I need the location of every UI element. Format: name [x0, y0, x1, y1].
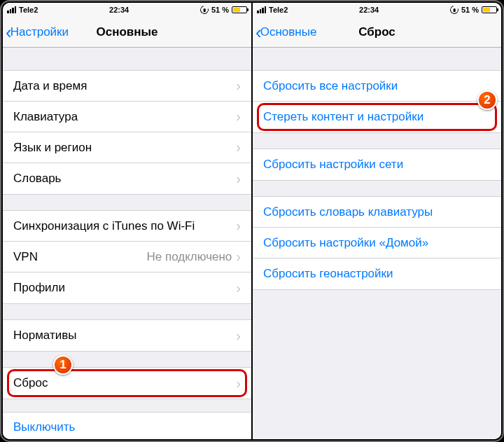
orientation-lock-icon — [449, 4, 460, 15]
row-vpn[interactable]: VPNНе подключено› — [3, 242, 251, 272]
status-time: 22:34 — [288, 6, 450, 14]
row-date-time[interactable]: Дата и время› — [3, 71, 251, 102]
row-keyboard[interactable]: Клавиатура› — [3, 102, 251, 132]
row-label: Сбросить словарь клавиатуры — [263, 205, 491, 219]
chevron-right-icon: › — [236, 171, 241, 187]
settings-group: Сбросить словарь клавиатурыСбросить наст… — [253, 196, 501, 290]
chevron-right-icon: › — [236, 78, 241, 94]
row-label: Словарь — [13, 172, 236, 186]
row-label: Сбросить настройки «Домой» — [263, 236, 491, 250]
battery-pct: 51 % — [461, 6, 479, 14]
orientation-lock-icon — [199, 4, 210, 15]
settings-group: Сбросить настройки сети — [253, 149, 501, 181]
row-shutdown[interactable]: Выключить — [3, 412, 251, 439]
row-language-region[interactable]: Язык и регион› — [3, 132, 251, 163]
signal-icon — [257, 6, 266, 13]
chevron-right-icon: › — [236, 375, 241, 392]
settings-group: Синхронизация с iTunes по Wi-Fi›VPNНе по… — [3, 210, 251, 304]
row-reset-keyboard-dict[interactable]: Сбросить словарь клавиатуры — [253, 197, 501, 228]
settings-group: Сброс›1 — [3, 367, 251, 399]
battery-pct: 51 % — [211, 6, 229, 14]
content-scroll[interactable]: Сбросить все настройкиСтереть контент и … — [253, 48, 501, 439]
back-button[interactable]: ‹ Настройки — [3, 23, 69, 41]
status-bar: Tele2 22:34 51 % — [3, 3, 251, 17]
row-label: VPN — [13, 250, 147, 264]
battery-icon — [232, 6, 247, 13]
carrier-label: Tele2 — [19, 6, 38, 14]
row-label: Профили — [13, 281, 236, 295]
row-reset-location[interactable]: Сбросить геонастройки — [253, 258, 501, 289]
chevron-right-icon: › — [236, 109, 241, 125]
row-dictionary[interactable]: Словарь› — [3, 163, 251, 194]
back-label: Основные — [260, 25, 317, 39]
row-label: Стереть контент и настройки — [263, 110, 491, 124]
content-scroll[interactable]: Дата и время›Клавиатура›Язык и регион›Сл… — [3, 48, 251, 439]
row-reset-home[interactable]: Сбросить настройки «Домой» — [253, 228, 501, 258]
chevron-right-icon: › — [236, 139, 241, 156]
row-value: Не подключено — [147, 250, 232, 264]
signal-icon — [7, 6, 16, 13]
chevron-right-icon: › — [236, 328, 241, 344]
row-reset-all[interactable]: Сбросить все настройки — [253, 71, 501, 102]
settings-group: Дата и время›Клавиатура›Язык и регион›Сл… — [3, 70, 251, 195]
row-label: Нормативы — [13, 329, 236, 343]
right-screen: Tele2 22:34 51 % ‹ Основные Сброс Сброси… — [253, 3, 501, 439]
row-reset-network[interactable]: Сбросить настройки сети — [253, 149, 501, 180]
annotation-badge: 1 — [53, 355, 73, 375]
row-reset[interactable]: Сброс›1 — [3, 368, 251, 399]
left-screen: Tele2 22:34 51 % ‹ Настройки Основные Да… — [3, 3, 251, 439]
battery-icon — [482, 6, 497, 13]
row-label: Клавиатура — [13, 110, 236, 124]
row-erase-all[interactable]: Стереть контент и настройки2 — [253, 102, 501, 132]
row-label: Язык и регион — [13, 141, 236, 155]
row-label: Сброс — [13, 376, 236, 390]
row-label: Сбросить геонастройки — [263, 267, 491, 281]
carrier-label: Tele2 — [269, 6, 288, 14]
status-bar: Tele2 22:34 51 % — [253, 3, 501, 17]
back-label: Настройки — [10, 25, 69, 39]
row-label: Синхронизация с iTunes по Wi-Fi — [13, 219, 236, 233]
nav-bar: ‹ Основные Сброс — [253, 17, 501, 48]
chevron-right-icon: › — [236, 218, 241, 234]
settings-group: Нормативы› — [3, 319, 251, 352]
row-label: Дата и время — [13, 79, 236, 93]
row-label: Сбросить все настройки — [263, 79, 491, 93]
row-label: Сбросить настройки сети — [263, 158, 491, 172]
row-profiles[interactable]: Профили› — [3, 272, 251, 303]
nav-bar: ‹ Настройки Основные — [3, 17, 251, 48]
status-time: 22:34 — [38, 6, 200, 14]
back-button[interactable]: ‹ Основные — [253, 23, 316, 41]
settings-group: Сбросить все настройкиСтереть контент и … — [253, 70, 501, 133]
row-regulatory[interactable]: Нормативы› — [3, 320, 251, 351]
row-itunes-wifi[interactable]: Синхронизация с iTunes по Wi-Fi› — [3, 211, 251, 242]
chevron-right-icon: › — [236, 280, 241, 296]
chevron-right-icon: › — [236, 249, 241, 265]
